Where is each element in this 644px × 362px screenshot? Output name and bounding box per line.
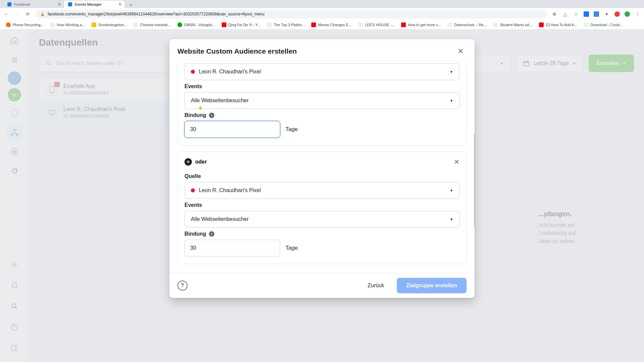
tab-close-icon[interactable]: ✕	[118, 2, 122, 7]
new-tab-button[interactable]: +	[127, 1, 134, 8]
ext-icon[interactable]	[584, 11, 589, 17]
url-text: facebook.com/events_manager2/list/pixel/…	[48, 12, 264, 16]
info-icon[interactable]: i	[209, 113, 214, 118]
binding-row: 30 Tage	[184, 121, 460, 138]
days-label: Tage	[285, 245, 298, 251]
chevron-down-icon: ▼	[450, 99, 453, 103]
help-button[interactable]: ?	[177, 281, 187, 291]
bookmark-item[interactable]: LEE'S HOUSE -...	[356, 22, 397, 28]
nav-reload-icon[interactable]: ⟳	[25, 11, 31, 17]
ext-icon[interactable]	[594, 11, 599, 17]
chevron-down-icon: ▼	[450, 70, 453, 74]
star-icon[interactable]: ☆	[573, 11, 579, 17]
source-dropdown[interactable]: Leon R. Chaudhari's Pixel ▼	[184, 63, 460, 80]
source-value: Leon R. Chaudhari's Pixel	[199, 69, 261, 75]
binding-row: 30 Tage	[184, 240, 460, 256]
bookmarks-bar: Phone Recycling... How Working a... Sond…	[0, 20, 644, 29]
modal-close-button[interactable]: ✕	[454, 45, 467, 57]
avatar-icon[interactable]	[625, 11, 630, 17]
zoom-icon[interactable]: ⊕	[551, 11, 557, 17]
bookmark-item[interactable]: Download - Cooki...	[581, 22, 626, 28]
tab-label: Events Manager	[75, 2, 102, 6]
modal-body: Leon R. Chaudhari's Pixel ▼ Events Alle …	[169, 63, 475, 273]
back-button[interactable]: Zurück	[359, 278, 393, 293]
modal-header: Website Custom Audience erstellen ✕	[169, 39, 475, 63]
tab-bar: Facebook ✕ Events Manager ✕ +	[0, 0, 644, 8]
ext-icon[interactable]	[614, 11, 620, 17]
criteria-group: + oder ✕ Quelle Leon R. Chaudhari's Pixe…	[177, 152, 467, 264]
modal-footer: ? Zurück Zielgruppe erstellen	[169, 273, 475, 298]
events-label: Events	[184, 202, 460, 208]
bookmark-item[interactable]: Qing Fei De Yi - Y...	[219, 22, 263, 28]
remove-group-button[interactable]: ✕	[454, 158, 460, 166]
nav-forward-icon[interactable]: →	[14, 11, 20, 17]
bookmark-item[interactable]: Phone Recycling...	[3, 22, 46, 28]
events-dropdown[interactable]: Alle Webseitenbesucher ▼ ☝	[184, 92, 460, 109]
binding-label: Bindung i	[184, 112, 460, 118]
or-label: oder	[195, 159, 207, 165]
source-value: Leon R. Chaudhari's Pixel	[199, 187, 261, 193]
or-condition[interactable]: + oder	[184, 158, 207, 166]
bookmark-item[interactable]: How Working a...	[48, 22, 88, 28]
criteria-group: Leon R. Chaudhari's Pixel ▼ Events Alle …	[177, 63, 467, 145]
bookmark-item[interactable]: Chinese translati...	[131, 22, 173, 28]
extension-icons: ⊕ △ ☆ ✦ ⋮	[551, 11, 641, 17]
lock-icon: 🔒	[40, 12, 45, 16]
tab-events-manager[interactable]: Events Manager ✕	[64, 1, 124, 8]
events-dropdown[interactable]: Alle Webseitenbesucher ▼	[184, 211, 460, 228]
bookmark-item[interactable]: Datenschutz – Re...	[445, 22, 489, 28]
puzzle-icon[interactable]: ✦	[604, 11, 610, 17]
bookmark-item[interactable]: How to get more v...	[398, 22, 443, 28]
chevron-down-icon: ▼	[450, 218, 453, 221]
chevron-down-icon: ▼	[450, 189, 453, 192]
browser-chrome: Facebook ✕ Events Manager ✕ + ← → ⟳ 🔒 fa…	[0, 0, 644, 29]
plus-icon: +	[184, 158, 192, 166]
bookmark-item[interactable]: Sonderangebot...	[89, 22, 129, 28]
events-label: Events	[184, 83, 460, 89]
bookmark-item[interactable]: Student Wants ad...	[490, 22, 535, 28]
url-input[interactable]: 🔒 facebook.com/events_manager2/list/pixe…	[36, 10, 547, 18]
bookmark-item[interactable]: The Top 3 Platfor...	[264, 22, 307, 28]
tab-facebook[interactable]: Facebook ✕	[3, 1, 64, 8]
events-value: Alle Webseitenbesucher	[191, 216, 249, 222]
bookmark-item[interactable]: (2) How To Add A...	[536, 22, 580, 28]
bookmark-item[interactable]: Money Changes E...	[309, 22, 354, 28]
tab-close-icon[interactable]: ✕	[58, 2, 61, 7]
source-label: Quelle	[184, 173, 460, 179]
binding-label: Bindung i	[184, 231, 460, 237]
source-dropdown[interactable]: Leon R. Chaudhari's Pixel ▼	[184, 182, 460, 199]
retention-input[interactable]: 30	[184, 240, 280, 256]
pixel-status-icon	[191, 188, 195, 192]
scrollbar-thumb[interactable]	[474, 134, 475, 228]
group-header: + oder ✕	[184, 152, 460, 170]
favicon-facebook	[7, 2, 11, 6]
create-audience-button[interactable]: Zielgruppe erstellen	[397, 278, 467, 293]
info-icon[interactable]: i	[209, 231, 214, 237]
favicon-facebook	[68, 2, 72, 6]
modal-title: Website Custom Audience erstellen	[177, 47, 297, 55]
share-icon[interactable]: △	[562, 11, 568, 17]
events-value: Alle Webseitenbesucher	[191, 98, 249, 104]
bookmark-item[interactable]: GMSN - Vologda...	[175, 22, 218, 28]
nav-back-icon[interactable]: ←	[3, 11, 9, 17]
retention-input[interactable]: 30	[184, 121, 280, 138]
custom-audience-modal: Website Custom Audience erstellen ✕ Leon…	[169, 39, 475, 298]
cursor-icon: ☝	[198, 106, 202, 109]
tab-label: Facebook	[14, 2, 30, 6]
menu-icon[interactable]: ⋮	[635, 11, 641, 17]
address-bar: ← → ⟳ 🔒 facebook.com/events_manager2/lis…	[0, 8, 644, 20]
days-label: Tage	[285, 126, 298, 133]
pixel-status-icon	[191, 70, 195, 74]
